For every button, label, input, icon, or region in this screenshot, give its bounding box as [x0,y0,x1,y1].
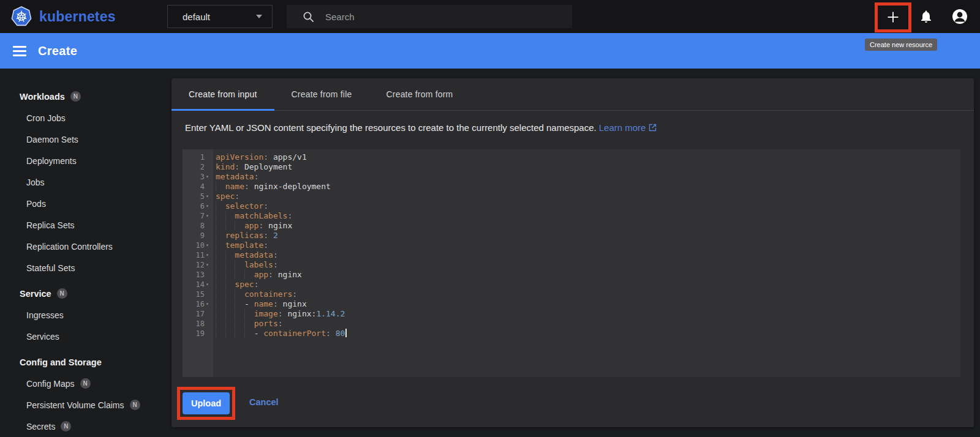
sidebar-item-secrets[interactable]: SecretsN [0,416,172,437]
tab-create-from-input[interactable]: Create from input [172,78,274,110]
bell-icon [919,9,933,24]
sidebar-label: Stateful Sets [26,263,75,273]
line-number: 3 [183,172,205,182]
code-text: spec: [213,280,258,289]
editor-line-18: 18 ports: [183,319,960,329]
tab-create-from-file[interactable]: Create from file [274,78,369,110]
namespace-value: default [183,12,210,22]
account-circle-icon [952,9,968,24]
create-card: Create from inputCreate from fileCreate … [172,78,974,427]
namespaced-badge: N [61,421,71,431]
notifications-button[interactable] [919,9,933,24]
line-number: 2 [183,162,205,172]
line-number: 19 [183,329,205,338]
brand-title: kubernetes [39,9,116,25]
sidebar-label: Secrets [26,422,55,431]
sidebar-item-ingresses[interactable]: Ingresses [0,304,172,326]
line-number: 6 [183,201,205,211]
line-number: 12 [183,260,205,270]
fold-marker-icon[interactable]: ▾ [205,211,213,221]
code-text: app: nginx [213,221,292,231]
sidebar-label: Config Maps [26,379,75,389]
sidebar-item-stateful-sets[interactable]: Stateful Sets [0,257,172,278]
fold-gutter [205,221,213,231]
fold-marker-icon[interactable]: ▾ [205,250,213,260]
fold-gutter [205,231,213,241]
kubernetes-logo [11,6,32,27]
editor-line-12: 12▾ labels: [183,260,960,270]
sidebar-label: Config and Storage [20,357,102,367]
fold-gutter [205,289,213,299]
menu-button[interactable] [13,43,26,59]
editor-line-10: 10▾ template: [183,241,960,250]
code-text: app: nginx [213,270,302,280]
sidebar-item-deployments[interactable]: Deployments [0,150,172,171]
sidebar-item-jobs[interactable]: Jobs [0,171,172,193]
topbar-actions [875,0,971,33]
sidebar-item-daemon-sets[interactable]: Daemon Sets [0,129,172,150]
editor-line-16: 16▾ - name: nginx [183,299,960,309]
brand[interactable]: kubernetes [11,6,116,27]
upload-button[interactable]: Upload [183,392,230,414]
fold-marker-icon[interactable]: ▾ [205,299,213,309]
namespaced-badge: N [130,400,140,410]
cancel-button[interactable]: Cancel [249,397,279,407]
create-description: Enter YAML or JSON content specifying th… [185,122,657,133]
account-button[interactable] [952,9,968,24]
sidebar-label: Persistent Volume Claims [26,400,124,410]
line-number: 10 [183,241,205,250]
code-text: apiVersion: apps/v1 [213,152,307,162]
sidebar-item-replica-sets[interactable]: Replica Sets [0,214,172,236]
line-number: 7 [183,211,205,221]
sidebar-label: Daemon Sets [26,135,78,144]
editor-line-6: 6▾ selector: [183,201,960,211]
line-number: 4 [183,182,205,192]
code-text: replicas: 2 [213,231,278,241]
sidebar-header-service[interactable]: ServiceN [0,283,172,304]
sidebar-item-pods[interactable]: Pods [0,193,172,214]
fold-marker-icon[interactable]: ▾ [205,201,213,211]
editor-line-1: 1apiVersion: apps/v1 [183,152,960,162]
line-number: 1 [183,152,205,162]
plus-icon [886,10,900,24]
sidebar-label: Replication Controllers [26,242,113,252]
create-new-resource-button[interactable] [881,6,905,29]
namespace-selector[interactable]: default [167,5,273,28]
line-number: 16 [183,299,205,309]
code-text: name: nginx-deployment [213,182,331,192]
code-text: metadata: [213,172,258,182]
code-text: image: nginx:1.14.2 [213,309,345,319]
sidebar-nav: WorkloadsNCron JobsDaemon SetsDeployment… [0,69,172,437]
sidebar-label: Pods [26,199,46,209]
tab-create-from-form[interactable]: Create from form [369,78,470,110]
namespaced-badge: N [80,378,91,389]
fold-marker-icon[interactable]: ▾ [205,280,213,289]
sidebar-item-persistent-volume-claims[interactable]: Persistent Volume ClaimsN [0,394,172,416]
sidebar-item-replication-controllers[interactable]: Replication Controllers [0,236,172,257]
code-text: ports: [213,319,283,329]
search-input[interactable] [325,12,546,22]
hamburger-icon [13,46,26,48]
fold-marker-icon[interactable]: ▾ [205,241,213,250]
page-title: Create [38,44,77,58]
sidebar-item-services[interactable]: Services [0,326,172,347]
description-text: Enter YAML or JSON content specifying th… [185,122,597,133]
sidebar-header-config-and-storage[interactable]: Config and Storage [0,351,172,373]
sidebar-item-cron-jobs[interactable]: Cron Jobs [0,107,172,129]
top-app-bar: kubernetes default [0,0,980,33]
content-area: WorkloadsNCron JobsDaemon SetsDeployment… [0,69,980,437]
editor-line-8: 8 app: nginx [183,221,960,231]
sidebar-item-config-maps[interactable]: Config MapsN [0,373,172,394]
learn-more-link[interactable]: Learn more [599,122,657,133]
sidebar-header-workloads[interactable]: WorkloadsN [0,86,172,107]
line-number: 11 [183,250,205,260]
fold-marker-icon[interactable]: ▾ [205,172,213,182]
fold-gutter [205,309,213,319]
yaml-editor[interactable]: 1apiVersion: apps/v12kind: Deployment3▾m… [183,149,960,377]
fold-marker-icon[interactable]: ▾ [205,260,213,270]
sidebar-label: Workloads [20,92,65,102]
code-text: selector: [213,201,268,211]
fold-marker-icon[interactable]: ▾ [205,192,213,201]
sidebar-label: Replica Sets [26,220,75,230]
editor-line-9: 9 replicas: 2 [183,231,960,241]
